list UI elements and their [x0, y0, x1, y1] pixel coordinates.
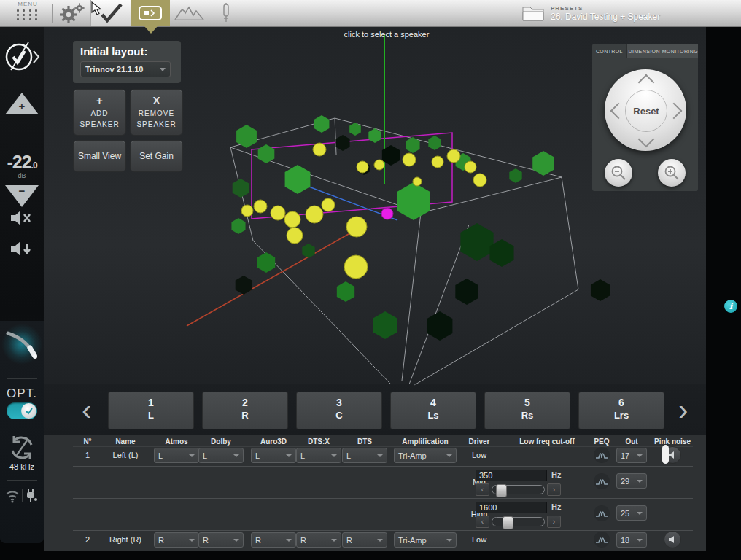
- microphone-tab[interactable]: [210, 0, 242, 26]
- top-toolbar: MENU: [0, 0, 741, 27]
- tab-monitoring[interactable]: MONITORING: [662, 44, 698, 58]
- high-freq-value[interactable]: 1600: [476, 502, 547, 513]
- atmos-select[interactable]: L: [154, 448, 199, 463]
- freq-slider[interactable]: [492, 485, 545, 494]
- out-select[interactable]: 17: [616, 448, 647, 463]
- divider: [73, 498, 693, 499]
- arrow-down-icon[interactable]: [638, 131, 655, 148]
- dtsx-select[interactable]: R: [296, 532, 341, 548]
- col-header: Pink noise: [654, 438, 691, 446]
- speaker-number: 6: [579, 397, 664, 408]
- selector-next-button[interactable]: ›: [678, 391, 688, 429]
- reset-button[interactable]: Reset: [625, 90, 667, 132]
- out-select[interactable]: 18: [616, 532, 647, 548]
- atmos-select[interactable]: R: [154, 532, 199, 548]
- settings-tab[interactable]: [54, 0, 89, 26]
- remove-speaker-button[interactable]: X REMOVE SPEAKER: [130, 89, 183, 136]
- speaker-button-2[interactable]: 2 R: [202, 392, 288, 429]
- divider: [7, 429, 37, 429]
- driver-cell: Low: [472, 451, 486, 459]
- dts-select[interactable]: L: [342, 448, 387, 463]
- slider-thumb[interactable]: [496, 484, 507, 497]
- view-dpad[interactable]: Reset: [605, 69, 686, 151]
- zoom-out-button[interactable]: [605, 159, 632, 187]
- speaker-number: 2: [203, 397, 287, 408]
- speaker-button-6[interactable]: 6 Lrs: [578, 392, 664, 429]
- set-gain-button[interactable]: Set Gain: [130, 140, 183, 172]
- chevron-down-icon: [160, 68, 166, 71]
- divider: [73, 530, 693, 531]
- speaker-button-4[interactable]: 4 Ls: [390, 392, 476, 429]
- divider: [7, 378, 37, 379]
- layout-dropdown[interactable]: Trinnov 21.1.10: [80, 61, 171, 77]
- initial-layout-title: Initial layout:: [80, 45, 174, 58]
- initial-layout-panel: Initial layout: Trinnov 21.1.10: [73, 41, 181, 83]
- table-scrollbar[interactable]: [662, 445, 669, 464]
- freq-decrease-button[interactable]: ‹: [476, 483, 489, 496]
- microphone-icon: [220, 3, 232, 23]
- tab-dimension[interactable]: DIMENSION: [626, 44, 662, 58]
- optical-cable-image[interactable]: [4, 326, 40, 362]
- plug-icon: [25, 487, 38, 503]
- freq-increase-button[interactable]: ›: [547, 516, 561, 528]
- speaker-setup-tab-active[interactable]: [131, 0, 170, 26]
- speaker-name-cell: Left (L): [113, 451, 139, 459]
- menu-label: MENU: [6, 1, 50, 7]
- speaker-icon: [668, 451, 678, 459]
- remove-label: REMOVE: [131, 109, 182, 117]
- tab-control[interactable]: CONTROL: [592, 44, 626, 58]
- add-speaker-button[interactable]: + ADD SPEAKER: [73, 89, 126, 136]
- out-select[interactable]: 29: [616, 473, 647, 489]
- arrow-left-icon[interactable]: [610, 103, 627, 120]
- peq-button[interactable]: [594, 447, 610, 463]
- amplification-select[interactable]: Tri-Amp: [394, 448, 457, 463]
- selector-prev-button[interactable]: ‹: [82, 391, 91, 429]
- dolby-select[interactable]: L: [198, 448, 244, 463]
- toolbar-divider: [52, 4, 53, 23]
- arrow-up-icon[interactable]: [638, 74, 655, 91]
- pink-noise-button[interactable]: [664, 531, 681, 548]
- auro3d-select[interactable]: R: [251, 532, 296, 548]
- speaker-button-1[interactable]: 1 L: [108, 392, 194, 429]
- freq-increase-button[interactable]: ›: [547, 483, 561, 496]
- dts-select[interactable]: R: [342, 532, 387, 548]
- row-num: 2: [85, 535, 90, 544]
- presets-selector[interactable]: PRESETS 26. David Testing + Speaker: [521, 1, 667, 25]
- layout-dropdown-value: Trinnov 21.1.10: [85, 65, 143, 74]
- slider-thumb[interactable]: [503, 516, 513, 529]
- speaker-name: Ls: [391, 410, 476, 421]
- freq-decrease-button[interactable]: ‹: [476, 516, 489, 528]
- mid-freq-value[interactable]: 350: [476, 470, 547, 481]
- auro3d-select[interactable]: L: [251, 448, 296, 463]
- routing-table: N° Name Atmos Dolby Auro3D DTS:X DTS Amp…: [44, 435, 706, 551]
- dim-button[interactable]: [9, 239, 34, 258]
- arrow-right-icon[interactable]: [666, 103, 683, 120]
- volume-level: -22.0: [0, 152, 44, 173]
- mute-button[interactable]: [9, 209, 34, 228]
- divider: [7, 79, 37, 79]
- col-header: PEQ: [594, 438, 609, 446]
- hz-unit: Hz: [551, 502, 561, 511]
- row-num: 1: [85, 451, 90, 459]
- dolby-select[interactable]: R: [198, 532, 244, 548]
- peq-button[interactable]: [594, 505, 610, 521]
- graphs-tab[interactable]: [171, 0, 209, 26]
- info-icon[interactable]: i: [724, 300, 737, 313]
- dtsx-select[interactable]: L: [296, 448, 341, 463]
- zoom-in-button[interactable]: [658, 159, 686, 187]
- optical-toggle[interactable]: [7, 402, 37, 419]
- peq-button[interactable]: [594, 532, 610, 548]
- freq-slider[interactable]: [492, 517, 545, 526]
- presets-label: PRESETS: [551, 5, 660, 12]
- peq-button[interactable]: [594, 473, 610, 489]
- speaker-name: R: [203, 410, 287, 421]
- folder-icon: [521, 4, 545, 23]
- menu-button[interactable]: MENU: [6, 1, 50, 26]
- out-select[interactable]: 25: [616, 505, 647, 521]
- small-view-button[interactable]: Small View: [73, 140, 126, 172]
- speaker-button-5[interactable]: 5 Rs: [484, 392, 570, 429]
- hz-unit: Hz: [551, 470, 561, 479]
- speaker-button-3[interactable]: 3 C: [296, 392, 382, 429]
- eq-curve-icon: [596, 451, 608, 459]
- amplification-select[interactable]: Tri-Amp: [394, 532, 457, 548]
